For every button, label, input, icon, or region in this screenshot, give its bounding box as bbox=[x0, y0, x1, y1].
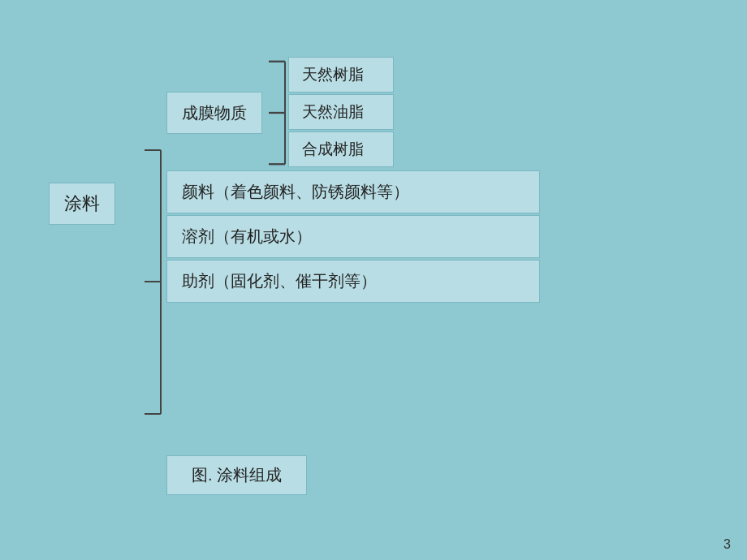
sub-item-0: 天然树脂 bbox=[288, 57, 394, 93]
bottom-item-0: 颜料（着色颜料、防锈颜料等） bbox=[166, 170, 540, 213]
right-content: 成膜物质 天然树脂 天然油脂 合成树脂 颜料（着色颜料、防锈颜料等） 溶剂（有机… bbox=[166, 57, 540, 304]
tuliao-label: 涂料 bbox=[64, 193, 100, 213]
page-number: 3 bbox=[723, 537, 731, 552]
caption-label: 图. 涂料组成 bbox=[192, 466, 282, 484]
inner-bracket bbox=[262, 57, 288, 169]
outer-bracket bbox=[136, 150, 169, 414]
tuliao-box: 涂料 bbox=[49, 183, 115, 225]
chengmo-label: 成膜物质 bbox=[182, 102, 247, 124]
sub-items: 天然树脂 天然油脂 合成树脂 bbox=[288, 57, 394, 169]
bottom-item-2: 助剂（固化剂、催干剂等） bbox=[166, 260, 540, 303]
caption: 图. 涂料组成 bbox=[166, 455, 307, 495]
sub-item-1: 天然油脂 bbox=[288, 94, 394, 130]
sub-item-2: 合成树脂 bbox=[288, 131, 394, 167]
top-section: 成膜物质 天然树脂 天然油脂 合成树脂 bbox=[166, 57, 540, 169]
bottom-item-1: 溶剂（有机或水） bbox=[166, 215, 540, 258]
chengmo-box: 成膜物质 bbox=[166, 92, 262, 134]
main-container: 涂料 成膜物质 天然树脂 天然油脂 bbox=[49, 32, 715, 519]
bottom-items: 颜料（着色颜料、防锈颜料等） 溶剂（有机或水） 助剂（固化剂、催干剂等） bbox=[166, 170, 540, 304]
